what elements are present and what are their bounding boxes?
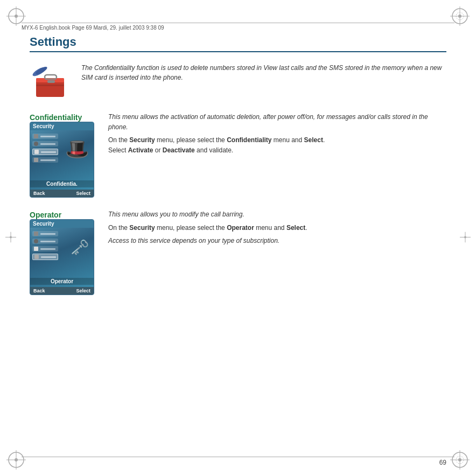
confidentiality-phone-screen: 🎩 Confidentia. bbox=[30, 130, 94, 190]
page-title: Settings bbox=[30, 35, 446, 52]
op-menu-line-4 bbox=[41, 256, 56, 258]
bottom-line bbox=[22, 457, 454, 457]
operator-select-button[interactable]: Select bbox=[76, 288, 90, 293]
op-menu-item-1 bbox=[32, 231, 58, 236]
svg-point-23 bbox=[464, 236, 466, 239]
menu-item-3-selected bbox=[32, 149, 58, 155]
op-menu-item-2 bbox=[32, 239, 58, 244]
svg-rect-28 bbox=[45, 75, 57, 79]
menu-line-3 bbox=[41, 151, 56, 153]
confidentiality-select-button[interactable]: Select bbox=[76, 191, 90, 196]
intro-icon bbox=[30, 61, 73, 101]
confidentiality-section: Confidentiality Security bbox=[30, 112, 446, 198]
op-lock-icon bbox=[34, 232, 38, 236]
operator-phone-footer: Back Select bbox=[30, 287, 94, 295]
menu-line-1 bbox=[40, 136, 55, 137]
confidentiality-text: This menu allows the activation of autom… bbox=[108, 112, 446, 155]
confidentiality-heading: Confidentiality bbox=[30, 112, 100, 122]
menu-line-4 bbox=[40, 159, 55, 161]
item4-icon bbox=[34, 158, 38, 162]
confidentiality-body: On the Security menu, please select the … bbox=[108, 136, 325, 144]
op-menu-line-1 bbox=[40, 233, 55, 235]
operator-phone-label: Operator bbox=[30, 278, 94, 285]
op-menu-item-3 bbox=[32, 246, 58, 251]
page-number: 69 bbox=[439, 459, 446, 466]
op-menu-item-4-selected bbox=[32, 254, 58, 260]
corner-decoration-bl bbox=[5, 449, 27, 471]
lock-icon bbox=[34, 134, 38, 138]
circle-icon bbox=[34, 142, 38, 146]
confidentiality-phone-header: Security bbox=[30, 122, 94, 130]
op-circle-icon bbox=[34, 239, 38, 243]
operator-text: This menu allows you to modify the call … bbox=[108, 209, 446, 249]
op-menu-line-3 bbox=[40, 248, 55, 250]
svg-rect-30 bbox=[36, 85, 64, 86]
main-content: Settings The Confidentiality function is… bbox=[30, 35, 446, 446]
operator-phone-mockup: Security bbox=[30, 219, 94, 295]
operator-italic2: Access to this service depends on your t… bbox=[108, 236, 279, 246]
operator-body: On the Security menu, please select the … bbox=[108, 224, 307, 232]
confidentiality-italic: This menu allows the activation of autom… bbox=[108, 112, 446, 132]
operator-section: Operator Security bbox=[30, 209, 446, 295]
intro-section: The Confidentiality function is used to … bbox=[30, 61, 446, 101]
svg-point-12 bbox=[15, 458, 18, 461]
menu-item-4 bbox=[32, 157, 58, 163]
op-item3-icon bbox=[34, 247, 38, 251]
confidentiality-phone-mockup: Security bbox=[30, 122, 94, 198]
operator-heading: Operator bbox=[30, 209, 100, 219]
menu-item-2 bbox=[32, 141, 58, 146]
top-bar: MYX-6 English.book Page 69 Mardi, 29. ju… bbox=[22, 23, 454, 31]
operator-menu-items bbox=[32, 231, 58, 260]
op-selected-icon bbox=[34, 255, 39, 259]
confidentiality-phone-label: Confidentia. bbox=[30, 180, 94, 187]
book-info: MYX-6 English.book Page 69 Mardi, 29. ju… bbox=[22, 25, 164, 31]
menu-item-1 bbox=[32, 134, 58, 139]
svg-rect-29 bbox=[47, 80, 55, 83]
intro-text: The Confidentiality function is used to … bbox=[81, 61, 446, 82]
key-icon: 🗝️ bbox=[71, 239, 89, 256]
selected-icon bbox=[34, 150, 39, 154]
confidentiality-menu-items bbox=[32, 134, 58, 163]
confidentiality-back-button[interactable]: Back bbox=[33, 191, 45, 196]
svg-point-20 bbox=[10, 236, 12, 239]
corner-decoration-br bbox=[449, 449, 471, 471]
confidentiality-body2: Select Activate or Deactivate and valida… bbox=[108, 146, 233, 154]
svg-point-7 bbox=[458, 15, 461, 18]
confidentiality-phone-footer: Back Select bbox=[30, 190, 94, 197]
operator-phone-header: Security bbox=[30, 220, 94, 228]
svg-point-3 bbox=[15, 15, 18, 18]
svg-point-16 bbox=[458, 458, 461, 461]
side-crosshair-right bbox=[460, 232, 471, 244]
side-crosshair-left bbox=[5, 232, 16, 244]
operator-phone-screen: 🗝️ Operator bbox=[30, 228, 94, 287]
operator-italic: This menu allows you to modify the call … bbox=[108, 209, 446, 220]
op-menu-line-2 bbox=[40, 241, 55, 242]
hat-icon: 🎩 bbox=[65, 138, 89, 160]
operator-back-button[interactable]: Back bbox=[33, 288, 45, 293]
menu-line-2 bbox=[40, 143, 55, 145]
